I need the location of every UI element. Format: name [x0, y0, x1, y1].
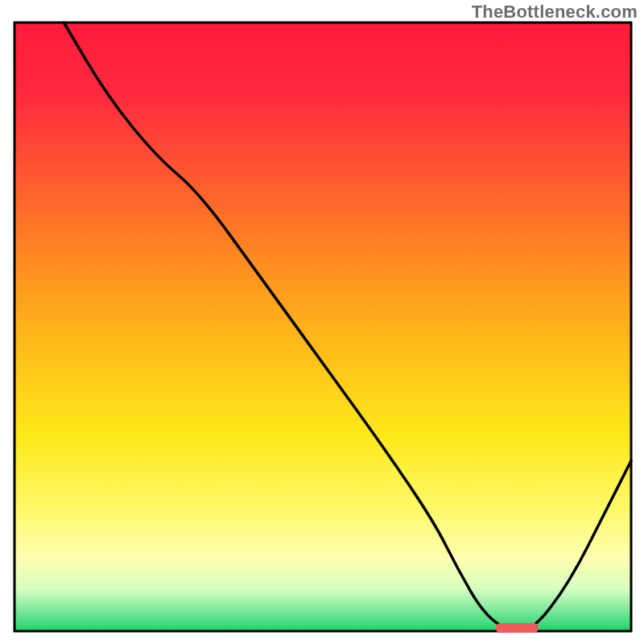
optimal-range-marker: [495, 623, 539, 633]
plot-background: [14, 23, 631, 631]
chart-frame: TheBottleneck.com: [0, 0, 644, 644]
bottleneck-chart-svg: [0, 0, 644, 644]
